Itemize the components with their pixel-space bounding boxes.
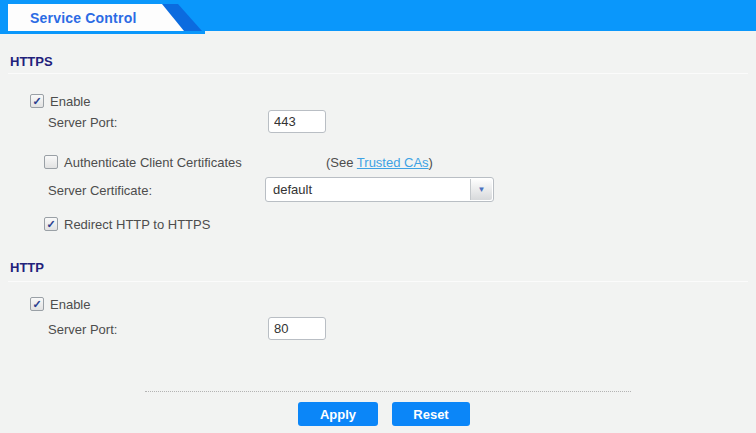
http-server-port-label: Server Port: [48,322,117,337]
https-server-port-input[interactable] [268,110,326,133]
http-enable-checkbox[interactable]: ✓ [30,297,44,311]
reset-button[interactable]: Reset [392,402,470,426]
trusted-cas-link[interactable]: Trusted CAs [357,155,429,170]
checkmark-icon: ✓ [32,298,41,310]
https-enable-label: Enable [50,94,90,109]
http-enable-label: Enable [50,297,90,312]
redirect-http-to-https-checkbox[interactable]: ✓ [44,217,58,231]
see-prefix: (See [326,155,357,170]
dropdown-button[interactable]: ▼ [470,179,492,200]
redirect-http-to-https-label: Redirect HTTP to HTTPS [64,217,210,232]
https-server-port-label: Server Port: [48,115,117,130]
authenticate-client-certificates-label: Authenticate Client Certificates [64,155,242,170]
https-enable-checkbox[interactable]: ✓ [30,94,44,108]
apply-button[interactable]: Apply [298,402,378,426]
https-section-divider [8,73,748,74]
server-certificate-label: Server Certificate: [48,183,152,198]
service-control-page: Service Control HTTPS ✓ Enable Server Po… [0,0,756,433]
authenticate-client-certificates-checkbox[interactable] [44,155,58,169]
http-section-title: HTTP [10,260,44,275]
http-section-divider [8,281,748,282]
chevron-down-icon: ▼ [478,185,486,194]
tab-underline [0,31,205,34]
https-section-title: HTTPS [10,54,53,69]
http-server-port-input[interactable] [268,317,326,340]
checkmark-icon: ✓ [46,218,55,230]
server-certificate-select[interactable]: default ▼ [265,177,494,202]
checkmark-icon: ✓ [32,95,41,107]
see-trusted-cas-note: (See Trusted CAs) [326,155,433,170]
server-certificate-value: default [273,178,312,201]
footer-divider [145,391,631,392]
see-suffix: ) [429,155,433,170]
tab-service-control-label: Service Control [30,10,136,26]
